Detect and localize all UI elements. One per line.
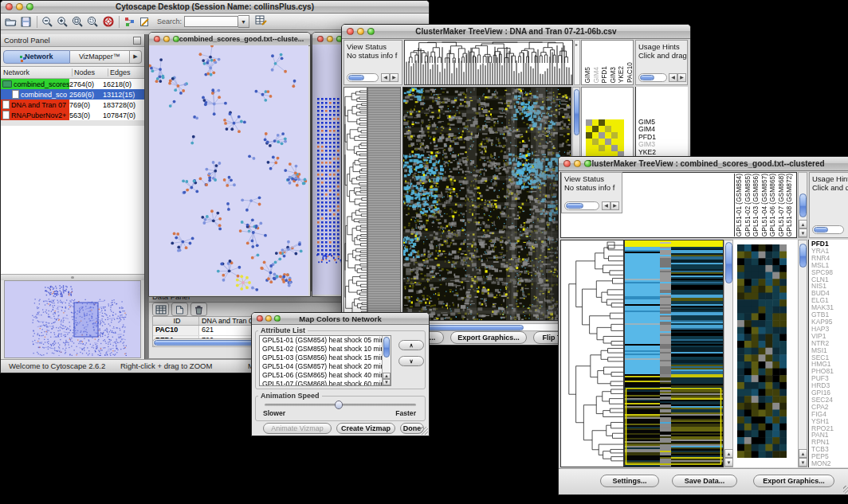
status-scrollbar[interactable] xyxy=(564,201,599,210)
gene-dendrogram[interactable] xyxy=(561,240,623,467)
move-down-button[interactable]: ∨ xyxy=(398,356,424,366)
animate-vizmapbutton[interactable]: Animate Vizmap xyxy=(263,423,332,434)
gene-dendrogram[interactable] xyxy=(344,88,367,320)
hints-scrollbar[interactable] xyxy=(812,225,844,234)
attribute-item[interactable]: GPL51-04 (GSM857) heat shock 20 min xyxy=(260,362,391,371)
window-controls[interactable] xyxy=(6,3,33,10)
export-graphics-button[interactable]: Export Graphics... xyxy=(753,475,834,487)
attribute-item[interactable]: GPL51-02 (GSM855) heat shock 10 min xyxy=(260,345,391,354)
resize-grip[interactable] xyxy=(843,486,848,494)
zoom-in-icon[interactable] xyxy=(56,16,69,28)
attribute-item[interactable]: GPL51-06 (GSM865) heat shock 40 min xyxy=(260,371,391,380)
zoom-out-icon[interactable] xyxy=(37,16,54,28)
annotation-icon[interactable] xyxy=(138,16,151,28)
zoom-window-icon[interactable] xyxy=(584,160,591,167)
close-icon[interactable] xyxy=(347,28,354,35)
minimize-icon[interactable] xyxy=(265,315,272,322)
close-icon[interactable] xyxy=(6,3,13,10)
attribute-table-icon[interactable] xyxy=(152,303,169,316)
search-dropdown-button[interactable]: ▼ xyxy=(238,15,249,28)
close-icon[interactable] xyxy=(563,160,571,167)
move-up-button[interactable]: ∧ xyxy=(398,340,424,350)
tab-overflow-button[interactable]: ▶ xyxy=(130,50,142,64)
zoom-heatmap-matrix[interactable] xyxy=(586,119,624,158)
attribute-item[interactable]: GPL51-01 (GSM854) heat shock 05 min xyxy=(260,336,391,345)
network-window-titlebar[interactable]: combined_scores_good.txt--cluste... xyxy=(149,33,310,46)
search-input[interactable] xyxy=(184,16,238,27)
dialog-titlebar[interactable]: Map Colors to Network xyxy=(252,313,429,325)
open-folder-icon[interactable] xyxy=(4,16,18,28)
array-label: GPL51-02 (GSM855) xyxy=(744,174,752,236)
scroll-up-icon[interactable]: ▲ xyxy=(724,449,733,458)
scroll-up-icon[interactable]: ▲ xyxy=(799,220,807,229)
scroll-down-icon[interactable]: ▼ xyxy=(799,229,807,237)
export-graphics-button[interactable]: Export Graphics... xyxy=(450,331,527,344)
global-heatmap[interactable] xyxy=(403,88,571,320)
float-panel-icon[interactable] xyxy=(133,37,141,45)
settings-button[interactable]: Settings... xyxy=(600,475,659,487)
attribute-browser-icon[interactable] xyxy=(254,14,268,26)
scroll-down-icon[interactable]: ▼ xyxy=(383,379,391,385)
attribute-item[interactable]: GPL51-07 (GSM868) heat shock 60 min xyxy=(260,380,391,386)
network-row[interactable]: DNA and Tran 07769(0)183728(0) xyxy=(1,100,144,110)
slider-thumb[interactable] xyxy=(335,400,343,409)
save-icon[interactable] xyxy=(19,16,33,28)
zoom-window-icon[interactable] xyxy=(367,28,375,35)
network-icon[interactable] xyxy=(119,16,136,28)
close-icon[interactable] xyxy=(257,315,263,322)
tab-network[interactable]: Network xyxy=(3,50,70,64)
zoom-window-icon[interactable] xyxy=(26,3,33,10)
minimize-icon[interactable] xyxy=(574,160,581,167)
treeview1-titlebar[interactable]: ClusterMaker TreeView : DNA and Tran 07-… xyxy=(342,25,690,39)
columns-vscrollbar[interactable]: ▲ ▼ xyxy=(798,172,807,238)
tab-vizmapper[interactable]: VizMapper™ xyxy=(70,50,130,64)
minimize-icon[interactable] xyxy=(163,36,170,42)
zoom-window-icon[interactable] xyxy=(274,315,281,322)
save-data-button[interactable]: Save Data... xyxy=(672,475,737,487)
column-dendrogram[interactable] xyxy=(405,41,572,84)
scroll-down-icon[interactable]: ▼ xyxy=(799,458,807,467)
zoom-fit-icon[interactable] xyxy=(71,16,84,28)
network-row[interactable]: combined_scores2764(0)16218(0) xyxy=(1,79,144,89)
scroll-right-icon[interactable]: ▶ xyxy=(390,73,398,82)
main-titlebar[interactable]: Cytoscape Desktop (Session Name: collins… xyxy=(1,1,429,14)
hints-scrollbar[interactable] xyxy=(638,73,667,82)
attribute-list[interactable]: GPL51-01 (GSM854) heat shock 05 minGPL51… xyxy=(259,335,391,386)
panel-splitter[interactable] xyxy=(1,274,144,280)
heatmap-vscrollbar[interactable]: ▲ ▼ xyxy=(724,240,733,467)
attribute-item[interactable]: GPL51-03 (GSM856) heat shock 15 min xyxy=(260,354,391,362)
zoom-heatmap[interactable] xyxy=(737,244,787,458)
network-row[interactable]: combined_sco2569(6)13112(15) xyxy=(1,89,144,100)
network-overview-panel[interactable] xyxy=(4,280,141,358)
scroll-up-icon[interactable]: ▲ xyxy=(799,449,807,458)
help-lifesaver-icon[interactable] xyxy=(101,16,115,28)
list-scrollbar[interactable]: ▲ ▼ xyxy=(382,336,391,385)
delete-attribute-icon[interactable] xyxy=(190,303,207,316)
new-attribute-icon[interactable] xyxy=(171,303,188,316)
genes-vscrollbar[interactable]: ▲ ▼ xyxy=(798,240,807,467)
close-icon[interactable] xyxy=(317,36,324,42)
zoom-window-icon[interactable] xyxy=(173,36,179,42)
create-vizmapbutton[interactable]: Create Vizmap xyxy=(336,423,395,434)
minimize-icon[interactable] xyxy=(357,28,364,35)
scroll-left-icon[interactable]: ◀ xyxy=(381,73,390,82)
scroll-right-icon[interactable]: ▶ xyxy=(610,201,619,210)
zoom-selected-icon[interactable] xyxy=(86,16,100,28)
scroll-down-icon[interactable]: ▼ xyxy=(724,458,733,467)
scroll-left-icon[interactable]: ◀ xyxy=(669,73,677,82)
minimize-icon[interactable] xyxy=(16,3,23,10)
minimize-icon[interactable] xyxy=(327,36,333,42)
resize-grip[interactable] xyxy=(420,427,428,435)
close-icon[interactable] xyxy=(154,36,160,42)
scroll-left-icon[interactable]: ◀ xyxy=(602,201,610,210)
usage-hints-panel: Usage HintsClick and drag xyxy=(809,172,848,238)
global-heatmap[interactable] xyxy=(625,240,723,467)
scroll-right-icon[interactable]: ▶ xyxy=(677,73,686,82)
status-scrollbar[interactable] xyxy=(347,73,379,82)
network-view[interactable] xyxy=(149,45,308,295)
animation-speed-slider[interactable] xyxy=(265,404,416,406)
scroll-up-icon[interactable]: ▲ xyxy=(383,373,391,379)
treeview2-titlebar[interactable]: ClusterMaker TreeView : combined_scores_… xyxy=(559,157,848,171)
dendrogram-scroll-strip[interactable]: ▸ xyxy=(574,40,580,85)
network-row[interactable]: RNAPuberNov2+563(0)107847(0) xyxy=(1,110,144,120)
